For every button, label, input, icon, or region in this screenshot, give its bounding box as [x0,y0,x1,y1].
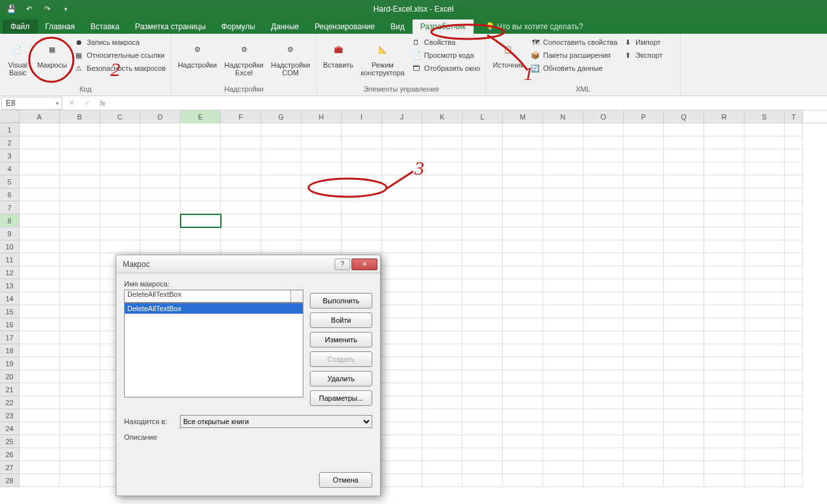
cell[interactable] [140,175,181,188]
cell[interactable] [463,305,503,318]
cell[interactable] [261,175,301,188]
cell[interactable] [664,162,704,175]
cell[interactable] [624,175,664,188]
cell[interactable] [60,162,100,175]
cell[interactable] [422,292,463,305]
cell[interactable] [664,136,704,149]
cell[interactable] [664,318,704,331]
cell[interactable] [664,175,704,188]
column-header[interactable]: I [342,110,382,123]
cell[interactable] [19,240,60,253]
cell[interactable] [704,448,744,461]
cell[interactable] [543,409,583,422]
cell[interactable] [583,461,624,474]
cell[interactable] [422,240,463,253]
row-header[interactable]: 22 [0,396,19,409]
cell[interactable] [19,162,60,175]
cell[interactable] [543,370,583,383]
cell[interactable] [664,474,704,487]
cell[interactable] [785,227,803,240]
cell[interactable] [503,409,543,422]
cell[interactable] [181,123,221,136]
cell[interactable] [261,149,301,162]
cell[interactable] [503,422,543,435]
cell[interactable] [664,396,704,409]
cell[interactable] [704,292,744,305]
cell[interactable] [704,201,744,214]
cell[interactable] [785,357,803,370]
cell[interactable] [463,461,503,474]
cell[interactable] [503,344,543,357]
cell[interactable] [543,227,583,240]
cell[interactable] [624,448,664,461]
cell[interactable] [785,175,803,188]
close-button[interactable]: ✕ [351,258,377,270]
cell[interactable] [382,162,422,175]
cell[interactable] [785,396,803,409]
cell[interactable] [503,136,543,149]
cell[interactable] [503,383,543,396]
row-header[interactable]: 4 [0,162,19,175]
cell[interactable] [60,318,100,331]
cell[interactable] [704,227,744,240]
cell[interactable] [342,162,382,175]
cell[interactable] [100,240,140,253]
cell[interactable] [583,136,624,149]
cell[interactable] [624,188,664,201]
cell[interactable] [422,162,463,175]
macro-security-button[interactable]: ⚠Безопасность макросов [72,62,167,74]
row-header[interactable]: 13 [0,279,19,292]
cell[interactable] [422,344,463,357]
cell[interactable] [624,435,664,448]
cell[interactable] [664,188,704,201]
dialog-titlebar[interactable]: Макрос ? ✕ [116,255,380,273]
delete-button[interactable]: Удалить [310,371,372,386]
row-header[interactable]: 15 [0,305,19,318]
cell[interactable] [744,422,785,435]
cell[interactable] [704,318,744,331]
cell[interactable] [463,136,503,149]
cell[interactable] [60,461,100,474]
cell[interactable] [60,266,100,279]
addins-button[interactable]: ⚙Надстройки [175,36,220,69]
cell[interactable] [785,461,803,474]
cell[interactable] [624,396,664,409]
cell[interactable] [60,383,100,396]
cell[interactable] [463,162,503,175]
fx-icon[interactable]: fx [95,99,110,107]
cell[interactable] [60,253,100,266]
cell[interactable] [503,162,543,175]
cell[interactable] [785,409,803,422]
edit-button[interactable]: Изменить [310,332,372,347]
row-header[interactable]: 26 [0,448,19,461]
cell[interactable] [744,266,785,279]
cell[interactable] [60,201,100,214]
column-header[interactable]: C [100,110,140,123]
cell[interactable] [221,149,261,162]
cell[interactable] [463,188,503,201]
cell[interactable] [261,188,301,201]
cell[interactable] [60,474,100,487]
cell[interactable] [19,318,60,331]
cell[interactable] [181,188,221,201]
cell[interactable] [744,474,785,487]
cell[interactable] [704,357,744,370]
cell[interactable] [664,149,704,162]
cell[interactable] [503,123,543,136]
row-header[interactable]: 11 [0,253,19,266]
cell[interactable] [382,409,422,422]
row-header[interactable]: 3 [0,149,19,162]
cell[interactable] [543,292,583,305]
cell[interactable] [60,136,100,149]
cell[interactable] [463,201,503,214]
cell[interactable] [19,422,60,435]
cell[interactable] [704,136,744,149]
cell[interactable] [664,240,704,253]
cell[interactable] [583,253,624,266]
cell[interactable] [463,279,503,292]
cell[interactable] [382,123,422,136]
cell[interactable] [60,149,100,162]
view-code-button[interactable]: 📄Просмотр кода [410,49,481,61]
cell[interactable] [704,253,744,266]
cell[interactable] [664,461,704,474]
